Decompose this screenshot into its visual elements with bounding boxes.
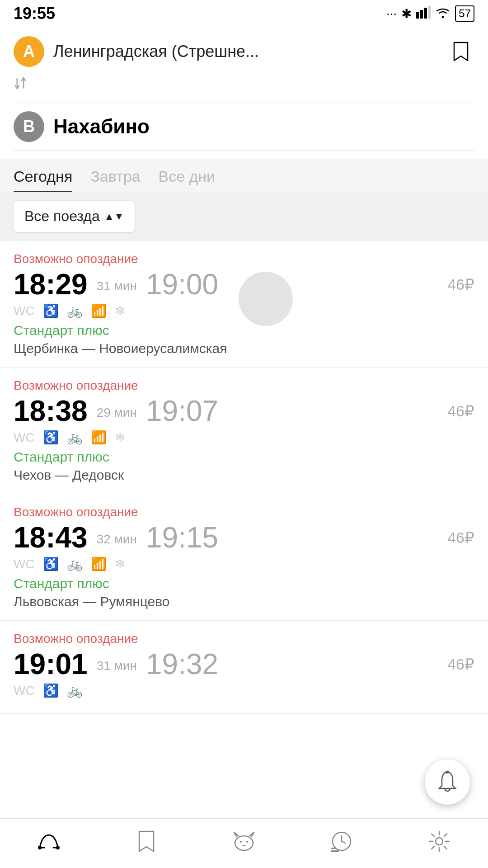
- wifi-icon: [435, 6, 450, 22]
- price: 46₽: [447, 402, 474, 420]
- date-tabs-container: Сегодня Завтра Все дни: [0, 159, 488, 192]
- nav-item-schedule[interactable]: [195, 819, 293, 868]
- filter-label: Все поезда: [24, 208, 100, 225]
- time-row: 19:01 31 мин 19:32 46₽: [14, 650, 474, 679]
- bike-icon: 🚲: [67, 557, 83, 571]
- depart-time: 18:29: [14, 270, 88, 299]
- status-bar: 19:55 ··· ✱ 57: [0, 0, 488, 27]
- svg-rect-3: [428, 6, 431, 19]
- price: 46₽: [447, 655, 474, 673]
- delay-label: Возможно опоздание: [14, 632, 474, 646]
- divider-b: [14, 150, 474, 151]
- nav-item-history[interactable]: [293, 819, 390, 868]
- arrive-time: 19:32: [146, 650, 218, 679]
- nav-item-bookmarks[interactable]: [98, 819, 195, 868]
- status-icons: ··· ✱ 57: [386, 5, 474, 22]
- delay-label: Возможно опоздание: [14, 252, 474, 266]
- arrive-time: 19:07: [146, 396, 218, 425]
- tab-today[interactable]: Сегодня: [14, 168, 72, 192]
- bike-icon: 🚲: [67, 683, 83, 698]
- bluetooth-icon: ✱: [401, 6, 412, 21]
- tab-all-days[interactable]: Все дни: [158, 168, 215, 192]
- nav-item-routes[interactable]: [0, 819, 98, 868]
- routes-icon: [37, 831, 61, 856]
- depart-time: 18:43: [14, 523, 88, 552]
- ac-icon: ❄: [115, 303, 125, 318]
- dots-icon: ···: [386, 6, 397, 21]
- accessible-icon: ♿: [43, 557, 59, 571]
- price: 46₽: [447, 275, 474, 293]
- train-type: Стандарт плюс: [14, 576, 474, 591]
- arrive-time: 19:15: [146, 523, 218, 552]
- wc-icon: WC: [14, 557, 35, 571]
- bike-icon: 🚲: [67, 430, 83, 445]
- svg-point-6: [56, 846, 60, 849]
- accessible-icon: ♿: [43, 430, 59, 445]
- depart-time: 19:01: [14, 650, 88, 679]
- ac-icon: ❄: [115, 557, 125, 571]
- duration: 32 мин: [97, 532, 137, 547]
- arrive-time: 19:00: [146, 270, 218, 299]
- cat-icon: [232, 830, 256, 857]
- depart-time: 18:38: [14, 396, 88, 425]
- bottom-nav: [0, 818, 488, 868]
- swap-icon[interactable]: [14, 73, 41, 97]
- bookmark-button[interactable]: [447, 38, 474, 65]
- delay-label: Возможно опоздание: [14, 505, 474, 519]
- filter-button[interactable]: Все поезда ▲▼: [14, 201, 135, 232]
- destination-text: Нахабино: [53, 115, 474, 138]
- duration: 31 мин: [97, 659, 137, 673]
- amenities-row: WC ♿ 🚲 📶 ❄: [14, 430, 474, 445]
- amenities-row: WC ♿ 🚲 📶 ❄: [14, 303, 474, 318]
- svg-rect-11: [331, 848, 336, 849]
- svg-point-13: [436, 838, 443, 845]
- time-row: 18:38 29 мин 19:07 46₽: [14, 396, 474, 425]
- wifi-amenity-icon: 📶: [91, 557, 107, 571]
- wc-icon: WC: [14, 304, 35, 318]
- svg-rect-1: [420, 10, 423, 19]
- svg-point-8: [240, 841, 242, 843]
- filter-arrow-icon: ▲▼: [104, 211, 124, 222]
- route-label: Щербинка — Новоиерусалимская: [14, 341, 474, 356]
- duration: 31 мин: [97, 279, 137, 293]
- wc-icon: WC: [14, 684, 35, 698]
- battery-icon: 57: [455, 5, 474, 22]
- route-label: Чехов — Дедовск: [14, 467, 474, 483]
- svg-rect-12: [331, 850, 339, 852]
- ac-icon: ❄: [115, 430, 125, 445]
- origin-text: Ленинградская (Стрешне...: [53, 42, 438, 61]
- train-item[interactable]: Возможно опоздание 18:29 31 мин 19:00 46…: [0, 241, 488, 368]
- bookmarks-icon: [137, 830, 155, 858]
- nav-item-settings[interactable]: [390, 819, 488, 868]
- train-list: Возможно опоздание 18:29 31 мин 19:00 46…: [0, 241, 488, 768]
- accessible-icon: ♿: [43, 683, 59, 698]
- delay-label: Возможно опоздание: [14, 378, 474, 393]
- tab-tomorrow[interactable]: Завтра: [90, 168, 140, 192]
- history-icon: [330, 830, 353, 858]
- time-row: 18:43 32 мин 19:15 46₽: [14, 523, 474, 552]
- duration: 29 мин: [97, 406, 137, 420]
- point-a-badge: A: [14, 36, 44, 67]
- svg-point-9: [246, 841, 248, 843]
- svg-point-5: [38, 846, 42, 849]
- amenities-row: WC ♿ 🚲 📶 ❄: [14, 557, 474, 571]
- train-type: Стандарт плюс: [14, 449, 474, 465]
- swap-row[interactable]: [14, 71, 474, 99]
- svg-point-4: [446, 771, 449, 774]
- header-section: A Ленинградская (Стрешне... B Нахабино: [0, 27, 488, 159]
- train-item[interactable]: Возможно опоздание 18:43 32 мин 19:15 46…: [0, 494, 488, 621]
- point-b-badge: B: [14, 111, 44, 142]
- train-item[interactable]: Возможно опоздание 19:01 31 мин 19:32 46…: [0, 621, 488, 714]
- svg-point-7: [235, 836, 253, 850]
- route-row-a[interactable]: A Ленинградская (Стрешне...: [14, 32, 474, 71]
- train-item[interactable]: Возможно опоздание 18:38 29 мин 19:07 46…: [0, 368, 488, 494]
- status-time: 19:55: [14, 4, 55, 23]
- signal-icon: [416, 6, 431, 22]
- bell-fab[interactable]: [425, 760, 470, 805]
- train-type: Стандарт плюс: [14, 323, 474, 338]
- wc-icon: WC: [14, 430, 35, 445]
- route-label: Львовская — Румянцево: [14, 594, 474, 609]
- svg-rect-0: [416, 12, 419, 19]
- route-row-b[interactable]: B Нахабино: [14, 107, 474, 146]
- settings-icon: [427, 830, 451, 858]
